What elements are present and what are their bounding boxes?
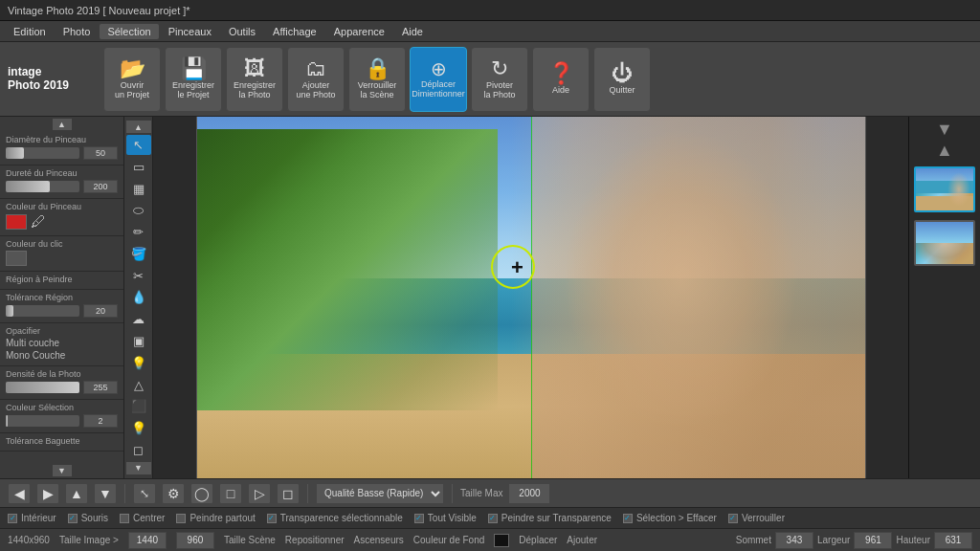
- btn-quitter[interactable]: ⏻ Quitter: [593, 47, 651, 112]
- hauteur-input[interactable]: [934, 532, 972, 549]
- nav-forward[interactable]: ▶: [36, 483, 59, 504]
- tool-bulb[interactable]: 💡: [126, 418, 151, 438]
- image-width-input[interactable]: [128, 532, 167, 549]
- brush-color-swatch[interactable]: [6, 214, 27, 230]
- thumb-scroll-down-right[interactable]: ▼: [936, 121, 953, 138]
- crosshair-cursor: +: [503, 253, 532, 282]
- tool-box[interactable]: ▣: [126, 331, 151, 351]
- resolution-label: 1440x960: [8, 535, 50, 545]
- tool-lasso[interactable]: ✂: [126, 266, 151, 286]
- brush-diameter-section: Diamètre du Pinceau: [0, 132, 123, 165]
- tool-light[interactable]: 💡: [126, 353, 151, 373]
- btn-circle[interactable]: ◯: [190, 483, 213, 504]
- menu-selection[interactable]: Sélection: [100, 24, 158, 39]
- color-selection-input[interactable]: [83, 414, 118, 428]
- btn-settings[interactable]: ⚙: [162, 483, 185, 504]
- menu-photo[interactable]: Photo: [56, 24, 99, 39]
- background-color-swatch[interactable]: [494, 534, 509, 547]
- tool-select[interactable]: ↖: [126, 135, 151, 155]
- thumbnail-2[interactable]: [914, 220, 975, 266]
- btn-play[interactable]: ▷: [248, 483, 271, 504]
- tool-drop[interactable]: 💧: [126, 288, 151, 308]
- rotate-icon: ↻: [491, 58, 508, 79]
- status-transparence: ✓ Transparence sélectionnable: [267, 513, 403, 523]
- btn-enregistrer-photo[interactable]: 🖼 Enregistrerla Photo: [226, 47, 283, 112]
- density-input[interactable]: [83, 381, 118, 394]
- thumbnail-1[interactable]: [914, 166, 975, 212]
- click-color-swatch[interactable]: [6, 251, 27, 266]
- menu-edition[interactable]: Edition: [6, 24, 54, 39]
- nav-back[interactable]: ◀: [8, 483, 31, 504]
- menu-bar: Edition Photo Sélection Pinceaux Outils …: [0, 21, 980, 42]
- nav-up[interactable]: ▲: [65, 483, 88, 504]
- brush-diameter-input[interactable]: [83, 146, 118, 160]
- tool-stamp[interactable]: ⬛: [126, 396, 151, 416]
- baguette-section: Tolérance Baguette: [0, 433, 123, 452]
- bottom-toolbar: ◀ ▶ ▲ ▼ ⤡ ⚙ ◯ □ ▷ ◻ Qualité Basse (Rapid…: [0, 478, 980, 507]
- tool-ellipse[interactable]: ⬭: [126, 201, 151, 221]
- app-title-area: intage Photo 2019: [8, 66, 94, 91]
- status-souris: ✓ Souris: [68, 513, 108, 523]
- menu-apparence[interactable]: Apparence: [326, 24, 392, 39]
- tools-scroll-up[interactable]: ▲: [126, 121, 151, 133]
- palm-layer: [197, 129, 498, 410]
- size-label: Taille Max: [460, 488, 502, 498]
- person-tint: [511, 117, 832, 478]
- nav-down[interactable]: ▼: [94, 483, 117, 504]
- deplacer-label: Déplacer: [519, 535, 557, 545]
- tool-rect2[interactable]: ◻: [126, 440, 151, 460]
- canvas-area[interactable]: +: [153, 117, 908, 478]
- toolbar-sep-3: [452, 484, 453, 503]
- tool-rect[interactable]: ▭: [126, 157, 151, 177]
- btn-pivoter[interactable]: ↻ Pivoterla Photo: [471, 47, 528, 112]
- tolerance-region-input[interactable]: [83, 304, 118, 318]
- tool-shape[interactable]: △: [126, 375, 151, 395]
- btn-enregistrer-projet[interactable]: 💾 Enregistrerle Projet: [165, 47, 222, 112]
- btn-fit[interactable]: ⤡: [133, 483, 156, 504]
- tools-scroll-down[interactable]: ▼: [126, 462, 151, 474]
- btn-monitor[interactable]: □: [219, 483, 242, 504]
- brush-hardness-input[interactable]: [83, 180, 118, 193]
- sommet-input[interactable]: [775, 532, 813, 549]
- menu-outils[interactable]: Outils: [221, 24, 263, 39]
- panel-scroll-down[interactable]: ▼: [0, 463, 123, 478]
- status-interieur: ✓ Intérieur: [8, 513, 56, 523]
- quality-select[interactable]: Qualité Basse (Rapide) Qualité Haute: [316, 483, 444, 504]
- mono-couche-label[interactable]: Mono Couche: [6, 350, 65, 361]
- taille-scene-label: Taille Scène: [224, 535, 276, 545]
- click-color-section: Couleur du clic: [0, 236, 123, 272]
- position-bar: 1440x960 Taille Image > Taille Scène Rep…: [0, 528, 980, 551]
- multi-couche-label[interactable]: Multi couche: [6, 338, 59, 348]
- menu-pinceaux[interactable]: Pinceaux: [161, 24, 219, 39]
- tool-pattern[interactable]: ▦: [126, 179, 151, 199]
- btn-verrouiller-scene[interactable]: 🔒 Verrouillerla Scène: [348, 47, 406, 112]
- largeur-input[interactable]: [854, 532, 892, 549]
- panel-scroll-up[interactable]: ▲: [0, 117, 123, 132]
- brush-hardness-section: Dureté du Pinceau: [0, 165, 123, 199]
- toolbar-sep-2: [307, 484, 308, 503]
- opacifier-section: Opacifier Multi couche Mono Couche: [0, 323, 123, 366]
- region-peindre-section: Région à Peindre: [0, 272, 123, 290]
- add-photo-icon: 🗂: [305, 58, 326, 79]
- tool-fill[interactable]: 🪣: [126, 244, 151, 264]
- title-text: Vintage Photo 2019 [ Nouveau projet ]*: [8, 5, 190, 16]
- menu-aide[interactable]: Aide: [394, 24, 431, 39]
- quit-icon: ⏻: [612, 63, 633, 84]
- tool-cloud[interactable]: ☁: [126, 309, 151, 329]
- btn-ouvrir-projet[interactable]: 📂 Ouvrirun Projet: [103, 47, 161, 112]
- color-selection-section: Couleur Sélection: [0, 400, 123, 433]
- image-height-input[interactable]: [176, 532, 214, 549]
- eyedropper-icon[interactable]: 🖊: [31, 213, 46, 231]
- tool-pencil[interactable]: ✏: [126, 222, 151, 242]
- status-selection-effacer: ✓ Sélection > Effacer: [623, 513, 717, 523]
- size-input[interactable]: [508, 483, 550, 504]
- thumb-scroll-up-right[interactable]: ▲: [936, 142, 953, 159]
- menu-affichage[interactable]: Affichage: [265, 24, 324, 39]
- btn-ajouter-photo[interactable]: 🗂 Ajouterune Photo: [287, 47, 345, 112]
- brush-color-section: Couleur du Pinceau 🖊: [0, 199, 123, 236]
- btn-square[interactable]: ◻: [277, 483, 300, 504]
- status-bar: ✓ Intérieur ✓ Souris Centrer Peindre par…: [0, 507, 980, 528]
- btn-deplacer[interactable]: ⊕ DéplacerDimientionner: [410, 47, 467, 112]
- btn-aide[interactable]: ❓ Aide: [532, 47, 590, 112]
- lock-icon: 🔒: [365, 58, 390, 79]
